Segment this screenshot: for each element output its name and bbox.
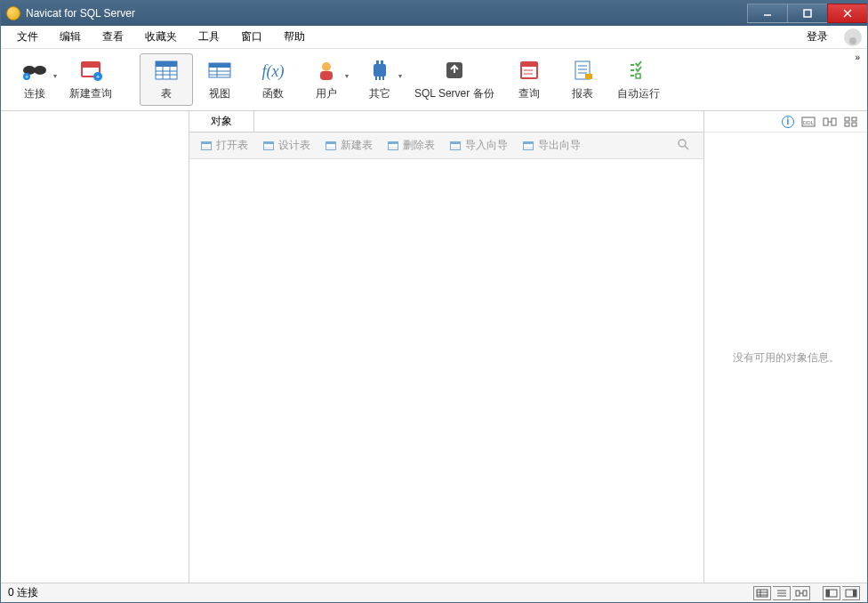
new-query-button[interactable]: + 新建查询 [61,53,120,106]
new-query-label: 新建查询 [69,86,112,101]
open-table-icon [200,140,213,152]
maximize-button[interactable] [787,4,828,23]
backup-label: SQL Server 备份 [414,86,494,101]
report-label: 报表 [572,86,593,101]
info-icon[interactable]: i [782,116,794,128]
ddl-icon[interactable]: DDL [801,115,816,129]
export-wizard-button[interactable]: 导出向导 [517,135,586,156]
report-button[interactable]: 报表 [556,53,609,106]
other-label: 其它 [369,86,390,101]
new-table-button[interactable]: 新建表 [319,135,378,156]
svg-rect-19 [209,63,230,68]
view-er-icon[interactable] [792,586,810,600]
chevron-down-icon: ▾ [398,72,402,80]
svg-rect-58 [796,591,800,596]
toolbar-overflow-icon[interactable]: » [855,52,860,62]
object-list-area [189,159,703,583]
svg-rect-47 [845,117,849,121]
svg-rect-64 [853,590,856,597]
table-icon [152,58,181,83]
svg-point-24 [322,62,331,71]
chevron-down-icon: ▾ [345,72,349,80]
svg-text:+: + [96,73,100,81]
export-icon [522,140,534,152]
status-bar: 0 连接 [1,583,867,602]
avatar-icon[interactable] [844,28,862,46]
backup-icon [440,58,469,83]
info-toolbar: i DDL [704,111,867,133]
open-table-button[interactable]: 打开表 [195,135,253,156]
user-label: 用户 [316,86,337,101]
table-label: 表 [161,86,172,101]
object-toolbar: 打开表 设计表 新建表 删除表 导入向导 导出向导 [189,133,703,159]
table-button[interactable]: 表 [140,53,193,106]
svg-rect-59 [803,591,807,596]
connect-icon: + [20,58,49,83]
autorun-icon [624,58,653,83]
menu-help[interactable]: 帮助 [273,26,316,48]
menu-window[interactable]: 窗口 [230,26,273,48]
info-sidebar: i DDL 没有可用的对象信息。 [703,111,867,583]
svg-rect-28 [381,60,383,66]
report-icon [568,58,597,83]
tab-object[interactable]: 对象 [189,111,254,132]
autorun-label: 自动运行 [617,86,660,101]
menu-edit[interactable]: 编辑 [49,26,92,48]
svg-rect-1 [804,10,811,17]
other-button[interactable]: 其它 ▾ [353,53,406,106]
grid-icon[interactable] [844,115,858,129]
empty-info-text: 没有可用的对象信息。 [733,350,840,366]
svg-text:DDL: DDL [803,120,815,125]
delete-table-icon [387,140,399,152]
svg-rect-44 [824,118,828,125]
minimize-icon [763,9,772,18]
svg-point-5 [34,66,46,75]
maximize-icon [803,9,812,18]
close-button[interactable] [827,4,868,23]
relation-icon[interactable] [823,115,837,129]
main-toolbar: + 连接 ▾ + 新建查询 表 视图 f(x) 函数 用户 ▾ [1,49,867,111]
menu-tools[interactable]: 工具 [188,26,230,48]
svg-rect-50 [852,123,856,126]
connect-button[interactable]: + 连接 ▾ [8,53,61,106]
svg-rect-38 [585,74,592,79]
minimize-button[interactable] [747,4,788,23]
chevron-down-icon: ▾ [53,72,57,80]
new-table-icon [325,140,337,152]
autorun-button[interactable]: 自动运行 [609,53,668,106]
menu-favorites[interactable]: 收藏夹 [134,26,188,48]
svg-point-40 [679,140,686,147]
delete-table-button[interactable]: 删除表 [382,135,440,156]
menu-view[interactable]: 查看 [92,26,134,48]
svg-rect-13 [156,61,177,67]
login-link[interactable]: 登录 [796,26,839,48]
design-table-icon [262,140,275,152]
backup-button[interactable]: SQL Server 备份 [406,53,502,106]
svg-rect-62 [826,590,830,597]
search-icon[interactable] [668,138,698,153]
panel-right-icon[interactable] [842,586,860,600]
function-button[interactable]: f(x) 函数 [246,53,300,106]
panel-left-icon[interactable] [823,586,840,600]
view-list-icon[interactable] [773,586,791,600]
svg-rect-27 [376,60,379,66]
other-icon [366,58,394,83]
view-details-icon[interactable] [753,586,771,600]
design-table-button[interactable]: 设计表 [257,135,316,156]
open-table-label: 打开表 [216,138,248,153]
function-label: 函数 [262,86,284,101]
info-body: 没有可用的对象信息。 [704,133,867,583]
connect-label: 连接 [24,86,45,101]
title-bar: Navicat for SQL Server [1,1,867,26]
new-table-label: 新建表 [341,138,373,153]
view-button[interactable]: 视图 [193,53,246,106]
user-button[interactable]: 用户 ▾ [300,53,353,106]
svg-rect-25 [320,71,333,80]
menu-file[interactable]: 文件 [6,26,49,48]
svg-text:f(x): f(x) [262,62,285,81]
design-table-label: 设计表 [278,138,310,153]
new-query-icon: + [76,58,105,83]
query-button[interactable]: 查询 [502,53,556,106]
import-wizard-button[interactable]: 导入向导 [444,135,513,156]
import-icon [449,140,462,152]
